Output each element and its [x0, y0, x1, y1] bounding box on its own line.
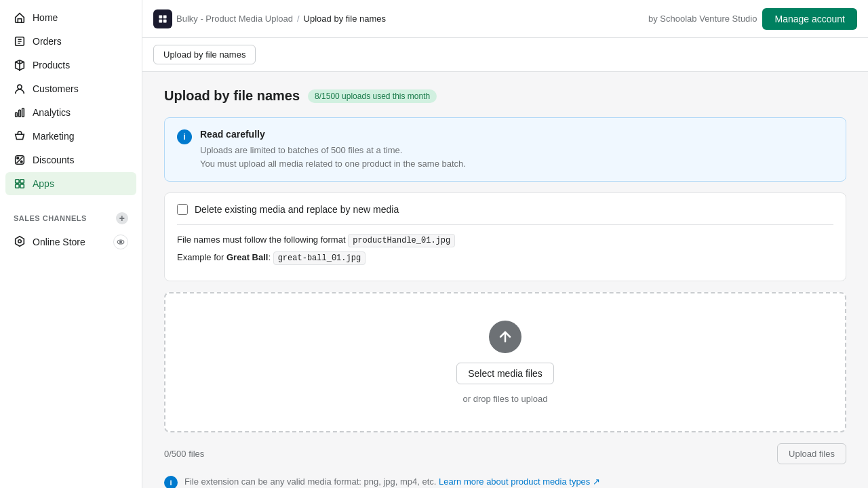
- home-icon: [14, 12, 26, 24]
- analytics-icon: [14, 106, 26, 119]
- svg-rect-3: [19, 110, 21, 117]
- svg-point-12: [18, 239, 22, 243]
- sidebar: Home Orders Products: [0, 0, 142, 488]
- svg-rect-11: [20, 184, 24, 188]
- topbar-right: by Schoolab Venture Studio Manage accoun…: [648, 8, 857, 30]
- add-sales-channel-button[interactable]: +: [116, 212, 128, 224]
- upload-files-button[interactable]: Upload files: [777, 443, 846, 464]
- info-content: Read carefully Uploads are limited to ba…: [200, 129, 466, 170]
- example-code: great-ball_01.jpg: [273, 251, 366, 265]
- sidebar-item-products[interactable]: Products: [5, 54, 136, 77]
- sidebar-item-customers[interactable]: Customers: [5, 77, 136, 100]
- delete-media-row: Delete existing media and replace by new…: [177, 204, 833, 215]
- sidebar-item-marketing-label: Marketing: [33, 131, 74, 142]
- svg-point-1: [18, 85, 22, 89]
- svg-rect-4: [22, 108, 24, 117]
- info-text-line1: Uploads are limited to batches of 500 fi…: [200, 144, 466, 157]
- orders-icon: [14, 35, 26, 47]
- sub-topbar: Upload by file names: [142, 38, 868, 72]
- learn-more-link[interactable]: Learn more about product media types ↗: [439, 476, 600, 487]
- bottom-info: i File extension can be any valid media …: [164, 475, 846, 488]
- breadcrumb: Bulky - Product Media Upload / Upload by…: [153, 9, 640, 28]
- svg-point-14: [120, 241, 122, 243]
- sidebar-item-products-label: Products: [33, 60, 70, 70]
- format-code: productHandle_01.jpg: [348, 234, 455, 247]
- example-label: Example for: [177, 252, 224, 262]
- info-icon: i: [177, 129, 192, 144]
- sidebar-item-home-label: Home: [33, 12, 58, 23]
- page-title: Upload by file names: [164, 88, 300, 104]
- app-icon: [153, 9, 172, 28]
- delete-media-label[interactable]: Delete existing media and replace by new…: [195, 204, 399, 215]
- svg-rect-15: [159, 15, 162, 18]
- bottom-info-icon: i: [164, 476, 178, 488]
- svg-point-5: [17, 157, 19, 159]
- online-store-label: Online Store: [33, 237, 85, 247]
- breadcrumb-current: Upload by file names: [304, 14, 386, 24]
- svg-rect-9: [20, 180, 24, 183]
- sidebar-item-discounts[interactable]: Discounts: [5, 148, 136, 171]
- svg-rect-10: [16, 184, 19, 188]
- main-content: Bulky - Product Media Upload / Upload by…: [142, 0, 868, 488]
- svg-rect-18: [163, 19, 167, 22]
- learn-more-link-text: Learn more about product media types: [439, 476, 590, 487]
- sidebar-item-discounts-label: Discounts: [33, 155, 74, 165]
- svg-rect-17: [159, 19, 162, 22]
- external-link-icon: ↗: [593, 476, 600, 487]
- tab-upload-by-file-names[interactable]: Upload by file names: [153, 45, 256, 64]
- info-box: i Read carefully Uploads are limited to …: [164, 117, 846, 182]
- page-header: Upload by file names 8/1500 uploads used…: [164, 88, 846, 104]
- divider: [177, 224, 833, 225]
- sidebar-item-analytics[interactable]: Analytics: [5, 101, 136, 124]
- apps-icon: [14, 178, 26, 190]
- uploads-badge: 8/1500 uploads used this month: [308, 89, 437, 103]
- sidebar-item-home[interactable]: Home: [5, 6, 136, 29]
- file-count: 0/500 files: [164, 449, 204, 459]
- sidebar-item-marketing[interactable]: Marketing: [5, 125, 136, 148]
- sidebar-item-orders-label: Orders: [33, 36, 62, 47]
- sidebar-item-online-store[interactable]: Online Store: [5, 229, 136, 255]
- discounts-icon: [14, 154, 26, 166]
- sidebar-item-apps-label: Apps: [33, 178, 54, 189]
- svg-rect-2: [16, 113, 18, 117]
- dropzone[interactable]: Select media files or drop files to uplo…: [164, 292, 846, 432]
- sidebar-item-orders[interactable]: Orders: [5, 30, 136, 53]
- format-row: File names must follow the following for…: [177, 235, 833, 245]
- manage-account-button[interactable]: Manage account: [762, 8, 857, 30]
- footer-row: 0/500 files Upload files: [164, 443, 846, 464]
- customers-icon: [14, 83, 26, 95]
- sidebar-item-analytics-label: Analytics: [33, 107, 71, 118]
- options-card: Delete existing media and replace by new…: [164, 192, 846, 281]
- svg-point-6: [20, 161, 22, 163]
- bottom-info-text: File extension can be any valid media fo…: [184, 475, 600, 488]
- products-icon: [14, 59, 26, 71]
- topbar: Bulky - Product Media Upload / Upload by…: [142, 0, 868, 38]
- example-product-name: Great Ball: [226, 252, 268, 262]
- svg-rect-16: [163, 15, 167, 18]
- sidebar-item-customers-label: Customers: [33, 83, 79, 94]
- upload-icon: [489, 321, 521, 353]
- sales-channels-header: SALES CHANNELS +: [0, 201, 142, 228]
- breadcrumb-app-name: Bulky - Product Media Upload: [176, 14, 293, 24]
- select-media-button[interactable]: Select media files: [456, 363, 554, 384]
- delete-media-checkbox[interactable]: [177, 204, 188, 215]
- sidebar-item-apps[interactable]: Apps: [5, 172, 136, 195]
- format-label: File names must follow the following for…: [177, 235, 346, 245]
- page-content: Upload by file names 8/1500 uploads used…: [142, 72, 868, 488]
- drop-text: or drop files to upload: [462, 394, 547, 404]
- online-store-icon: [14, 235, 26, 249]
- breadcrumb-separator: /: [297, 14, 300, 24]
- sales-channels-label: SALES CHANNELS: [14, 214, 87, 222]
- example-row: Example for Great Ball: great-ball_01.jp…: [177, 252, 833, 263]
- bottom-info-prefix: File extension can be any valid media fo…: [184, 476, 436, 487]
- info-text-line2: You must upload all media related to one…: [200, 157, 466, 171]
- by-text: by Schoolab Venture Studio: [648, 14, 757, 24]
- example-colon: :: [268, 252, 271, 262]
- info-title: Read carefully: [200, 129, 466, 140]
- svg-rect-8: [16, 180, 19, 183]
- marketing-icon: [14, 130, 26, 142]
- online-store-visibility-button[interactable]: [113, 235, 128, 249]
